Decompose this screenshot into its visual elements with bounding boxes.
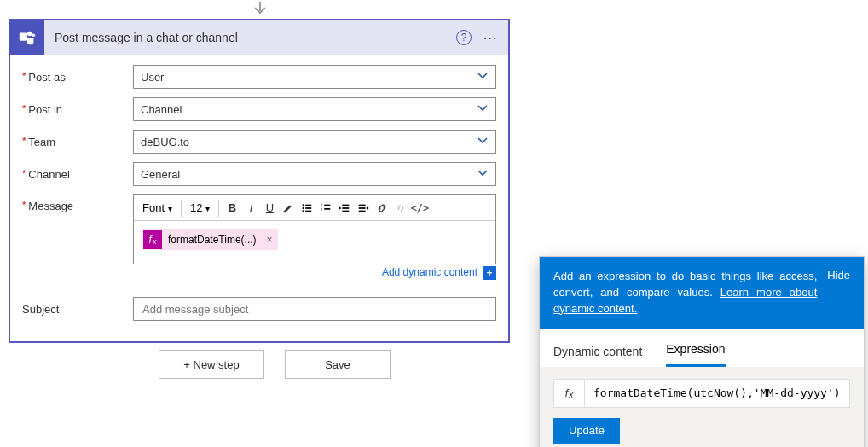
svg-point-4 bbox=[303, 206, 304, 208]
code-view-button[interactable]: </> bbox=[410, 199, 429, 218]
bold-button[interactable]: B bbox=[223, 199, 241, 218]
fx-icon: fx bbox=[554, 380, 585, 407]
teams-icon bbox=[10, 20, 44, 55]
dynamic-content-panel: Add an expression to do basic things lik… bbox=[539, 256, 865, 447]
svg-rect-16 bbox=[359, 204, 366, 206]
svg-text:2: 2 bbox=[321, 206, 323, 211]
select-post-in[interactable]: Channel bbox=[133, 97, 496, 121]
chevron-down-icon bbox=[477, 167, 489, 182]
svg-rect-13 bbox=[343, 204, 350, 206]
label-subject: Subject bbox=[22, 303, 133, 316]
remove-token-button[interactable]: × bbox=[262, 234, 278, 246]
update-button[interactable]: Update bbox=[553, 418, 620, 444]
rte-toolbar: Font 12 B I U 12 </> bbox=[134, 195, 495, 221]
chevron-down-icon bbox=[477, 135, 489, 149]
label-channel: Channel bbox=[22, 168, 133, 181]
tab-expression[interactable]: Expression bbox=[666, 334, 725, 367]
label-post-as: Post as bbox=[22, 71, 133, 84]
svg-point-5 bbox=[303, 210, 304, 212]
subject-input-wrapper[interactable] bbox=[133, 297, 496, 321]
chevron-down-icon bbox=[477, 70, 489, 84]
svg-rect-2 bbox=[20, 33, 27, 41]
highlight-button[interactable] bbox=[279, 199, 298, 218]
svg-point-1 bbox=[32, 33, 36, 37]
tab-dynamic-content[interactable]: Dynamic content bbox=[553, 336, 642, 367]
message-body[interactable]: fx formatDateTime(...) × bbox=[134, 221, 495, 264]
subject-input[interactable] bbox=[141, 302, 489, 316]
outdent-button[interactable] bbox=[335, 199, 354, 218]
svg-rect-7 bbox=[306, 207, 312, 209]
fx-icon: fx bbox=[143, 230, 162, 249]
unlink-button[interactable] bbox=[391, 199, 410, 218]
font-family-select[interactable]: Font bbox=[137, 199, 177, 218]
svg-point-3 bbox=[303, 204, 304, 206]
svg-rect-12 bbox=[325, 208, 331, 210]
svg-point-0 bbox=[27, 32, 32, 37]
chevron-down-icon bbox=[477, 102, 489, 117]
svg-rect-14 bbox=[343, 207, 350, 209]
card-title: Post message in a chat or channel bbox=[44, 31, 456, 44]
save-button[interactable]: Save bbox=[285, 350, 391, 379]
message-editor[interactable]: Font 12 B I U 12 </> bbox=[133, 194, 496, 264]
label-team: Team bbox=[22, 136, 133, 148]
svg-rect-11 bbox=[325, 204, 331, 206]
expression-input-wrapper[interactable]: fx bbox=[553, 379, 850, 408]
font-size-select[interactable]: 12 bbox=[185, 199, 215, 218]
label-message: Message bbox=[22, 194, 133, 212]
select-post-as[interactable]: User bbox=[133, 65, 496, 89]
hide-panel-button[interactable]: Hide bbox=[827, 269, 850, 317]
svg-rect-17 bbox=[359, 207, 366, 209]
underline-button[interactable]: U bbox=[260, 199, 279, 218]
svg-rect-15 bbox=[343, 210, 350, 212]
svg-rect-8 bbox=[306, 210, 312, 212]
italic-button[interactable]: I bbox=[241, 199, 260, 218]
svg-rect-18 bbox=[359, 210, 366, 212]
card-header[interactable]: Post message in a chat or channel ? ··· bbox=[10, 20, 508, 55]
link-button[interactable] bbox=[373, 199, 391, 218]
panel-tip: Add an expression to do basic things lik… bbox=[553, 269, 817, 317]
expression-token[interactable]: fx formatDateTime(...) × bbox=[142, 229, 278, 250]
flow-arrow-icon bbox=[252, 0, 269, 17]
svg-rect-6 bbox=[306, 204, 312, 206]
new-step-button[interactable]: + New step bbox=[159, 350, 264, 379]
add-dynamic-content-plus[interactable]: + bbox=[483, 266, 496, 280]
number-list-button[interactable]: 12 bbox=[316, 199, 335, 218]
select-channel[interactable]: General bbox=[133, 162, 496, 186]
help-icon[interactable]: ? bbox=[456, 30, 472, 45]
expression-input[interactable] bbox=[585, 386, 849, 399]
select-team[interactable]: deBUG.to bbox=[133, 130, 496, 154]
action-card: Post message in a chat or channel ? ··· … bbox=[9, 19, 510, 343]
indent-button[interactable] bbox=[354, 199, 373, 218]
add-dynamic-content-link[interactable]: Add dynamic content bbox=[382, 266, 477, 280]
label-post-in: Post in bbox=[22, 103, 133, 116]
more-menu[interactable]: ··· bbox=[483, 32, 498, 44]
bullet-list-button[interactable] bbox=[298, 199, 316, 218]
